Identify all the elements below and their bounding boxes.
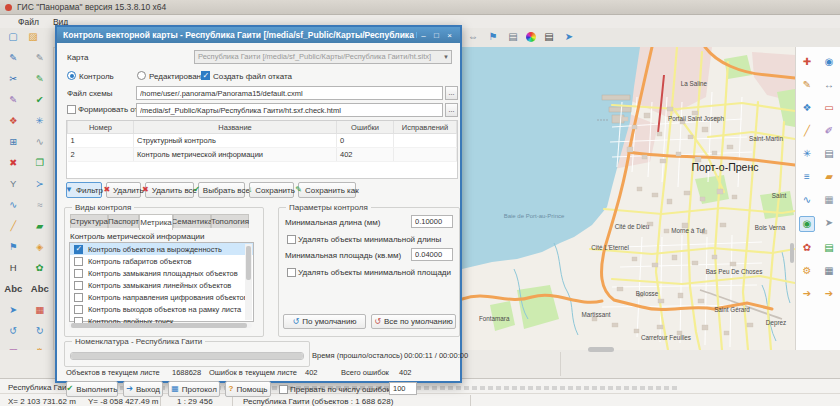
- break-count-input[interactable]: [389, 382, 417, 395]
- save-as-button[interactable]: ✎ Сохранить как: [298, 182, 356, 198]
- filter-button[interactable]: ▼ Фильтр: [66, 182, 102, 198]
- straighten-line-icon[interactable]: ≈: [33, 198, 47, 212]
- report-checkbox[interactable]: [67, 105, 76, 114]
- draw-tool-icon[interactable]: ✐: [822, 124, 836, 138]
- ruler-tool-icon[interactable]: ╱: [800, 124, 814, 138]
- palette-icon[interactable]: ✿: [800, 241, 814, 255]
- item-checkbox[interactable]: [74, 293, 83, 302]
- exit-door-icon[interactable]: ➔: [800, 287, 814, 301]
- stamp-tool-icon[interactable]: ◈: [33, 240, 47, 254]
- draw-pencil-icon[interactable]: ✎: [6, 51, 20, 65]
- layers-icon[interactable]: ≡: [800, 170, 814, 184]
- text-h-icon[interactable]: H: [6, 261, 20, 275]
- route-tool-icon[interactable]: ∿: [800, 193, 814, 207]
- probe-pencil-icon[interactable]: ✎: [6, 93, 20, 107]
- check-list-item[interactable]: Контроль замыкания линейных объектов: [70, 279, 253, 291]
- minimize-button[interactable]: –: [417, 30, 430, 41]
- open-map-icon[interactable]: ▨: [26, 30, 40, 44]
- list-vscrollbar[interactable]: [245, 244, 252, 320]
- flag-tool-icon[interactable]: ⚑: [6, 240, 20, 254]
- split-object-icon[interactable]: Y: [6, 177, 20, 191]
- delete-button[interactable]: ✖ Удалить: [106, 182, 141, 198]
- slope-line-icon[interactable]: ╱: [6, 219, 20, 233]
- pointer-tool-icon[interactable]: ➤: [6, 303, 20, 317]
- raster-tool-icon[interactable]: ▦: [33, 303, 47, 317]
- close-button[interactable]: ×: [443, 30, 456, 41]
- protocol-button[interactable]: ▦ Протокол: [168, 381, 220, 397]
- scheme-browse-button[interactable]: ...: [445, 86, 458, 100]
- rollback-checkbox[interactable]: [201, 71, 210, 80]
- fit-width-icon[interactable]: ⇔: [466, 30, 480, 44]
- axis-tool-icon[interactable]: ∿: [33, 135, 47, 149]
- move-map-icon[interactable]: ✚: [800, 55, 814, 69]
- vegetation-icon[interactable]: ✿: [33, 261, 47, 275]
- table-row[interactable]: 2Контроль метрической информации 402: [68, 148, 457, 162]
- spline-icon[interactable]: ✳: [33, 114, 47, 128]
- grid-off-icon[interactable]: ▦: [822, 193, 836, 207]
- color-wheel-icon[interactable]: [526, 32, 536, 42]
- tab-semantic[interactable]: Семантика: [173, 214, 211, 228]
- tab-metric[interactable]: Метрика: [139, 214, 173, 230]
- accept-edit-icon[interactable]: ✔: [33, 93, 47, 107]
- map-vscrollbar[interactable]: [790, 243, 794, 263]
- tab-topology[interactable]: Топология: [211, 214, 249, 228]
- edit-pencil-icon[interactable]: ✎: [33, 51, 47, 65]
- map-canvas[interactable]: La Saline Portail Saint Joseph Saint-Mar…: [462, 47, 795, 350]
- help-button[interactable]: ? Помощь: [225, 381, 271, 397]
- undo-icon[interactable]: ↺: [6, 324, 20, 338]
- smooth-line-icon[interactable]: ∿: [6, 198, 20, 212]
- dialog-titlebar[interactable]: Контроль векторной карты - Республика Га…: [57, 27, 460, 43]
- maximize-button[interactable]: □: [430, 30, 443, 41]
- min-area-input[interactable]: [411, 248, 453, 261]
- area-select-icon[interactable]: ▭: [822, 101, 836, 115]
- tab-passport[interactable]: Паспорт: [108, 214, 139, 228]
- table-row[interactable]: 1Структурный контроль 0: [68, 134, 457, 148]
- new-map-icon[interactable]: ▢: [6, 30, 20, 44]
- delete-min-length-checkbox[interactable]: [287, 235, 296, 244]
- status-scale[interactable]: 1 : 29 456: [177, 397, 213, 406]
- select-all-button[interactable]: ✔ Выбрать все: [198, 182, 245, 198]
- star-tool-icon[interactable]: ✳: [800, 147, 814, 161]
- edit-radio[interactable]: [137, 71, 146, 80]
- check-edit-icon[interactable]: ✎: [33, 72, 47, 86]
- redo-icon[interactable]: ↻: [33, 324, 47, 338]
- report-browse-button[interactable]: ...: [445, 103, 458, 117]
- map-flag-icon[interactable]: ⚑: [486, 30, 500, 44]
- delete-min-area-checkbox[interactable]: [287, 268, 296, 277]
- min-length-input[interactable]: [411, 215, 453, 228]
- check-list-item[interactable]: Контроль направления цифрования объектов: [70, 291, 253, 303]
- tab-structure[interactable]: Структура: [70, 214, 108, 228]
- label-abc-icon[interactable]: Abc: [6, 282, 20, 296]
- calculator-icon[interactable]: ▦: [822, 264, 836, 278]
- break-on-errors-checkbox[interactable]: [279, 385, 288, 394]
- merge-object-icon[interactable]: ≻: [33, 177, 47, 191]
- menu-file[interactable]: Файл: [18, 17, 39, 27]
- area-fill-icon[interactable]: ▰: [33, 219, 47, 233]
- map-combo[interactable]: Республика Гаити [/media/sf_Public/Карты…: [194, 50, 452, 64]
- default-button[interactable]: ↺ По умолчанию: [283, 314, 366, 329]
- table-tool-icon[interactable]: ▤: [822, 147, 836, 161]
- gear-icon[interactable]: ⚙: [800, 264, 814, 278]
- report-file-input[interactable]: [136, 103, 443, 117]
- legend-icon[interactable]: ▤: [822, 241, 836, 255]
- select-point-icon[interactable]: ◉: [822, 55, 836, 69]
- label-abc2-icon[interactable]: Abc: [33, 282, 47, 296]
- run-button[interactable]: ✔ Выполнить: [66, 381, 118, 397]
- chart-tool-icon[interactable]: ▰: [822, 170, 836, 184]
- item-checkbox[interactable]: [74, 281, 83, 290]
- check-list-item[interactable]: Контроль объектов на вырожденность: [70, 243, 253, 255]
- cut-line-icon[interactable]: ✂: [6, 72, 20, 86]
- list-hscrollbar[interactable]: [69, 323, 252, 328]
- globe-view-icon[interactable]: ◉: [799, 216, 815, 232]
- objects-icon[interactable]: ❖: [6, 114, 20, 128]
- all-default-button[interactable]: ↺ Все по умолчанию: [371, 314, 456, 329]
- clipboard-edit-icon[interactable]: ▤: [506, 30, 520, 44]
- item-checkbox[interactable]: [74, 245, 83, 254]
- delete-all-button[interactable]: ✖ Удалить все: [145, 182, 194, 198]
- scheme-file-input[interactable]: [136, 86, 443, 100]
- item-checkbox[interactable]: [74, 257, 83, 266]
- exit-button[interactable]: ➔ Выход: [123, 381, 163, 397]
- pointer-help-icon[interactable]: ➤: [562, 30, 576, 44]
- print-icon[interactable]: ▤: [542, 30, 556, 44]
- control-results-table[interactable]: Номер Название Ошибки Исправлений 1Струк…: [66, 120, 458, 179]
